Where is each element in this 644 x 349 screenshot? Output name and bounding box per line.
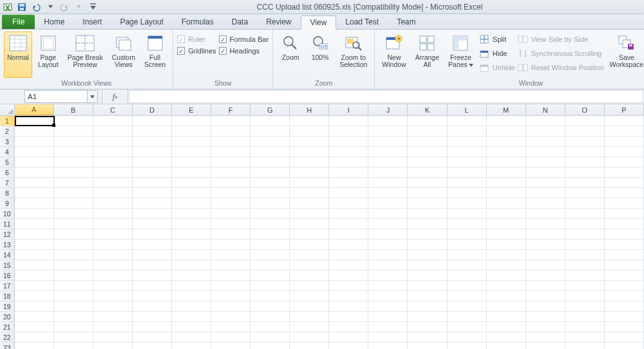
cell[interactable] (448, 209, 487, 219)
row-header[interactable]: 5 (0, 157, 15, 167)
cell[interactable] (211, 270, 251, 281)
cell[interactable] (93, 157, 133, 167)
cell[interactable] (329, 301, 368, 312)
cell[interactable] (526, 188, 565, 198)
normal-button[interactable]: Normal (4, 32, 32, 78)
cell[interactable] (408, 281, 447, 291)
cell[interactable] (172, 178, 211, 188)
cell[interactable] (605, 322, 644, 332)
cell[interactable] (448, 291, 487, 301)
cell[interactable] (605, 281, 644, 291)
cell[interactable] (368, 229, 408, 240)
cell[interactable] (251, 240, 290, 250)
cell[interactable] (172, 281, 211, 291)
cell[interactable] (565, 250, 605, 260)
cell[interactable] (487, 312, 526, 322)
cell[interactable] (290, 270, 329, 281)
cell[interactable] (487, 157, 526, 167)
cell[interactable] (15, 322, 54, 332)
cell[interactable] (448, 312, 487, 322)
tab-view[interactable]: View (301, 15, 337, 30)
cell[interactable] (133, 260, 172, 270)
cell[interactable] (211, 291, 251, 301)
cell[interactable] (329, 229, 368, 240)
cell[interactable] (329, 137, 368, 147)
cell[interactable] (251, 147, 290, 157)
cell[interactable] (15, 188, 54, 198)
cell[interactable] (211, 209, 251, 219)
cell[interactable] (290, 188, 329, 198)
cell[interactable] (133, 250, 172, 260)
cell[interactable] (172, 219, 211, 229)
cell[interactable] (526, 250, 565, 260)
cell[interactable] (54, 281, 93, 291)
cell[interactable] (211, 332, 251, 343)
cell[interactable] (93, 198, 133, 209)
cell[interactable] (329, 281, 368, 291)
page-layout-button[interactable]: Page Layout (35, 32, 62, 78)
column-header[interactable]: J (368, 104, 408, 115)
cell[interactable] (93, 281, 133, 291)
cell[interactable] (487, 209, 526, 219)
cell[interactable] (15, 209, 54, 219)
cell[interactable] (605, 188, 644, 198)
cell[interactable] (290, 301, 329, 312)
cell[interactable] (526, 137, 565, 147)
row-header[interactable]: 1 (0, 116, 15, 126)
cell[interactable] (448, 250, 487, 260)
cell[interactable] (15, 301, 54, 312)
cell[interactable] (605, 260, 644, 270)
cell[interactable] (133, 240, 172, 250)
cell[interactable] (54, 188, 93, 198)
cell[interactable] (329, 260, 368, 270)
name-box-dropdown[interactable] (88, 90, 98, 103)
cell[interactable] (368, 137, 408, 147)
cell[interactable] (211, 116, 251, 126)
cell[interactable] (93, 209, 133, 219)
cell[interactable] (15, 178, 54, 188)
cell[interactable] (408, 301, 447, 312)
cell[interactable] (368, 291, 408, 301)
cell[interactable] (172, 116, 211, 126)
cell[interactable] (448, 219, 487, 229)
name-box[interactable]: A1 (24, 90, 88, 103)
column-header[interactable]: B (54, 104, 93, 115)
cell[interactable] (15, 137, 54, 147)
save-icon[interactable] (17, 2, 27, 12)
column-header[interactable]: P (605, 104, 644, 115)
cell[interactable] (368, 198, 408, 209)
cell[interactable] (133, 178, 172, 188)
cell[interactable] (487, 198, 526, 209)
column-header[interactable]: N (526, 104, 565, 115)
cell[interactable] (172, 229, 211, 240)
cell[interactable] (329, 157, 368, 167)
cell[interactable] (251, 291, 290, 301)
cell[interactable] (93, 229, 133, 240)
select-all-corner[interactable] (0, 104, 15, 115)
cell[interactable] (487, 332, 526, 343)
cell[interactable] (54, 219, 93, 229)
cell[interactable] (15, 270, 54, 281)
cell[interactable] (290, 332, 329, 343)
cell[interactable] (329, 188, 368, 198)
cell[interactable] (408, 126, 447, 137)
cell[interactable] (329, 219, 368, 229)
cell[interactable] (605, 250, 644, 260)
freeze-panes-button[interactable]: Freeze Panes (445, 32, 477, 78)
cell[interactable] (487, 281, 526, 291)
tab-team[interactable]: Team (388, 15, 424, 29)
row-header[interactable]: 23 (0, 343, 15, 349)
cell[interactable] (133, 281, 172, 291)
row-header[interactable]: 10 (0, 209, 15, 219)
cell[interactable] (565, 188, 605, 198)
tab-load-test[interactable]: Load Test (336, 15, 388, 29)
cell[interactable] (15, 260, 54, 270)
cell[interactable] (329, 209, 368, 219)
cell[interactable] (93, 332, 133, 343)
full-screen-button[interactable]: Full Screen (141, 32, 169, 78)
cell[interactable] (565, 178, 605, 188)
cell[interactable] (93, 178, 133, 188)
cell[interactable] (290, 229, 329, 240)
cell[interactable] (605, 126, 644, 137)
fx-icon[interactable]: fx (102, 90, 128, 104)
